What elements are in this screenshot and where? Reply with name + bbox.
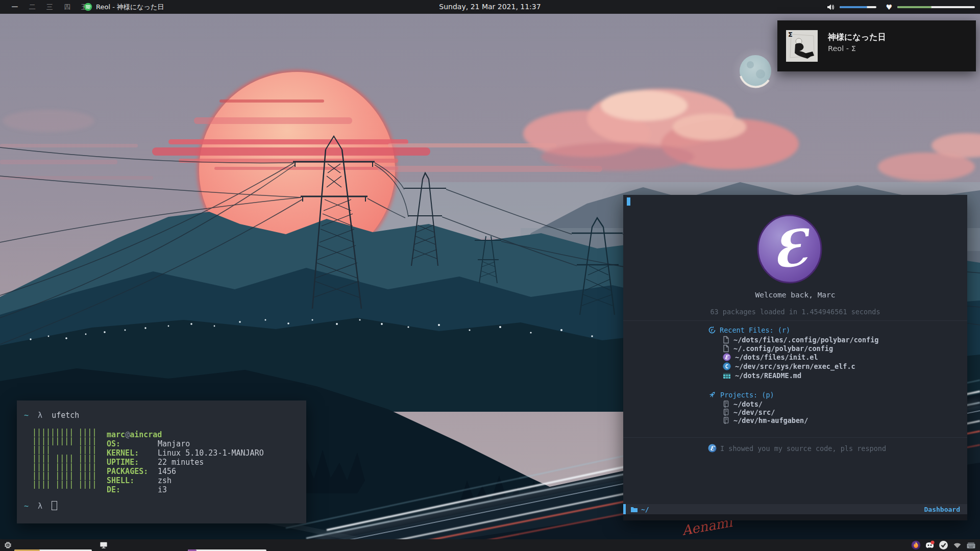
notification-subtitle: Reol - Σ [828,43,886,54]
divider [623,320,967,321]
footer-message: I showed you my source code, pls respond [720,444,886,453]
recent-file-item[interactable]: ~/dots/files/.config/polybar/config [723,336,878,344]
top-bar-right: ♥ [826,0,975,14]
markdown-table-icon [723,372,731,380]
history-icon: r [708,326,716,334]
emacs-cursor [627,197,630,206]
repo-icon [723,400,729,408]
emacs-window[interactable]: Ɛ Welcome back, Marc 63 packages loaded … [623,195,967,520]
divider [623,437,967,438]
project-item[interactable]: ~/dev/src/ [723,408,775,416]
recent-files-header-label: Recent Files: (r) [720,326,790,334]
svg-text:Ɛ: Ɛ [725,354,729,361]
terminal-cursor [52,501,57,510]
emacs-logo: Ɛ [757,214,822,284]
heart-icon: ♥ [886,3,892,11]
ufetch-ascii-logo: ||||||||| |||| ||||||||| |||| |||| |||| … [32,428,96,489]
notification-text: 神様になった日 Reol - Σ [828,32,886,54]
terminal-prompt-line-2[interactable]: ~ λ [24,501,57,511]
cpu-icon [4,541,12,549]
emacs-modeline: ~/ Dashboard [623,504,967,514]
monitor-icon [100,541,108,549]
user-host-line: marc@aincrad [107,430,264,439]
wifi-tray-icon[interactable] [952,540,962,550]
project-item[interactable]: ~/dots/ [723,400,763,408]
terminal-prompt-line: ~ λ ufetch [24,411,79,420]
terminal-window[interactable]: ~ λ ufetch ||||||||| |||| ||||||||| ||||… [17,400,306,523]
discord-tray-icon[interactable] [925,540,935,550]
load-message: 63 packages loaded in 1.454946561 second… [623,308,967,316]
moon [735,51,776,91]
volume-slider[interactable] [840,6,876,8]
svg-text:r: r [710,328,714,333]
recent-file-item[interactable]: Ɛ ~/dots/files/init.el [723,353,818,361]
flame-tray-icon[interactable] [911,540,921,550]
modeline-accent-bar [623,504,626,514]
modeline-major-mode: Dashboard [924,506,960,513]
emacs-echo-area [623,514,967,520]
recent-file-item[interactable]: ~/.config/polybar/config [723,344,833,353]
rocket-icon [708,390,717,399]
album-sigma-badge: Σ [788,31,793,38]
keyboard-tray-icon[interactable] [966,540,976,550]
file-icon [723,336,729,344]
emacs-badge-icon: Ɛ [708,444,717,453]
volume-icon[interactable] [826,3,835,11]
projects-header-label: Projects: (p) [720,391,774,399]
recent-file-item[interactable]: ~/dots/README.md [723,371,801,380]
welcome-message: Welcome back, Marc [623,291,967,299]
check-tray-icon[interactable] [939,540,948,550]
modeline-path: ~/ [641,506,649,513]
emacs-file-icon: Ɛ [723,353,731,361]
system-tray [907,540,976,550]
notification-title: 神様になった日 [828,32,886,43]
folder-icon [630,506,638,513]
svg-text:Ɛ: Ɛ [710,445,715,452]
favorite-slider[interactable] [897,6,975,8]
projects-header: Projects: (p) [708,390,774,399]
c-file-icon: C [723,362,731,370]
svg-text:C: C [725,363,728,369]
file-icon [723,344,729,353]
ufetch-info: marc@aincrad OS:Manjaro KERNEL:Linux 5.1… [107,430,264,494]
top-bar: 一 二 三 四 五 Reol - 神様になった日 Sunday, 21 Mar … [0,0,980,14]
cpu-slider[interactable] [14,549,92,551]
terminal-command: ufetch [52,411,79,420]
project-item[interactable]: ~/dev/hm-aufgaben/ [723,416,808,424]
brightness-slider[interactable] [188,549,266,551]
dashboard-footer: Ɛ I showed you my source code, pls respo… [708,444,886,453]
recent-file-item[interactable]: C ~/dev/src/sys/kern/exec_elf.c [723,362,855,370]
music-notification[interactable]: Σ 神様になった日 Reol - Σ [777,20,976,71]
bottom-bar [0,539,980,551]
recent-files-header: r Recent Files: (r) [708,326,790,334]
prompt-lambda: λ [38,411,42,420]
prompt-cwd: ~ [24,411,29,420]
repo-icon [723,408,729,416]
repo-icon [723,416,729,424]
